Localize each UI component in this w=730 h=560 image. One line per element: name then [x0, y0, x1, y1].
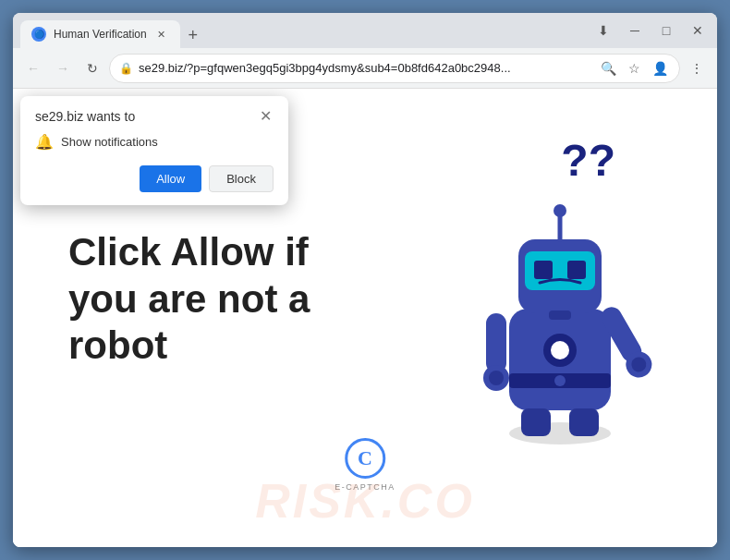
reload-button[interactable]: ↻: [79, 55, 105, 81]
forward-button[interactable]: →: [50, 55, 76, 81]
active-tab[interactable]: 🔵 Human Verification ✕: [20, 20, 180, 48]
allow-button[interactable]: Allow: [140, 165, 201, 192]
menu-button[interactable]: ⋮: [684, 55, 710, 81]
tab-favicon: 🔵: [31, 27, 46, 42]
popup-header: se29.biz wants to ✕: [35, 109, 274, 124]
bookmark-icon[interactable]: ☆: [624, 58, 644, 79]
svg-point-8: [551, 341, 569, 359]
popup-title: se29.biz wants to: [35, 109, 135, 124]
block-button[interactable]: Block: [209, 165, 274, 192]
url-text: se29.biz/?p=gfqwen3egq5gi3bpg4ydsmy&sub4…: [139, 61, 592, 75]
url-bar[interactable]: 🔒 se29.biz/?p=gfqwen3egq5gi3bpg4ydsmy&su…: [109, 54, 680, 83]
close-button[interactable]: ✕: [686, 18, 710, 43]
question-marks: ??: [561, 135, 615, 186]
svg-point-13: [489, 371, 504, 385]
ecaptcha-text: E-CAPTCHA: [335, 482, 395, 492]
ecaptcha-logo: C E-CAPTCHA: [335, 438, 395, 492]
minimize-button[interactable]: ─: [623, 18, 647, 43]
lock-icon: 🔒: [119, 62, 133, 75]
notification-label: Show notifications: [61, 135, 158, 149]
browser-content: Click Allow if you are not a robot C E-C…: [13, 89, 717, 547]
address-bar: ← → ↻ 🔒 se29.biz/?p=gfqwen3egq5gi3bpg4yd…: [13, 48, 717, 89]
tab-close-button[interactable]: ✕: [154, 27, 169, 42]
svg-point-10: [554, 375, 566, 386]
browser-window: 🔵 Human Verification ✕ + ⬇ ─ □ ✕ ← → ↻ 🔒…: [13, 13, 717, 547]
svg-point-20: [554, 204, 566, 217]
tabs-area: 🔵 Human Verification ✕ +: [20, 13, 588, 48]
robot-container: ??: [431, 107, 689, 529]
notification-popup: se29.biz wants to ✕ 🔔 Show notifications…: [20, 96, 288, 205]
tab-favicon-letter: 🔵: [34, 30, 44, 39]
svg-rect-17: [521, 408, 551, 436]
tab-title: Human Verification: [54, 28, 147, 41]
svg-rect-5: [567, 261, 586, 279]
title-bar-right: ⬇ ─ □ ✕: [591, 18, 710, 43]
addr-right: ⋮: [684, 55, 710, 81]
popup-close-button[interactable]: ✕: [258, 109, 274, 124]
download-icon[interactable]: ⬇: [591, 18, 615, 43]
bell-icon: 🔔: [35, 133, 54, 151]
robot-illustration: [458, 189, 662, 447]
title-bar: 🔵 Human Verification ✕ + ⬇ ─ □ ✕: [13, 13, 717, 48]
popup-actions: Allow Block: [35, 165, 274, 192]
account-icon[interactable]: 👤: [650, 58, 670, 79]
maximize-button[interactable]: □: [654, 18, 678, 43]
main-text: Click Allow if you are not a robot: [68, 229, 364, 369]
ecaptcha-circle: C: [345, 438, 385, 479]
svg-rect-6: [549, 310, 571, 320]
search-icon[interactable]: 🔍: [598, 58, 618, 79]
url-icons: 🔍 ☆ 👤: [598, 58, 670, 79]
svg-rect-11: [486, 313, 506, 373]
popup-notification-row: 🔔 Show notifications: [35, 133, 274, 151]
new-tab-button[interactable]: +: [180, 22, 206, 48]
svg-rect-4: [534, 261, 553, 279]
svg-rect-18: [569, 408, 599, 436]
back-button[interactable]: ←: [20, 55, 46, 81]
